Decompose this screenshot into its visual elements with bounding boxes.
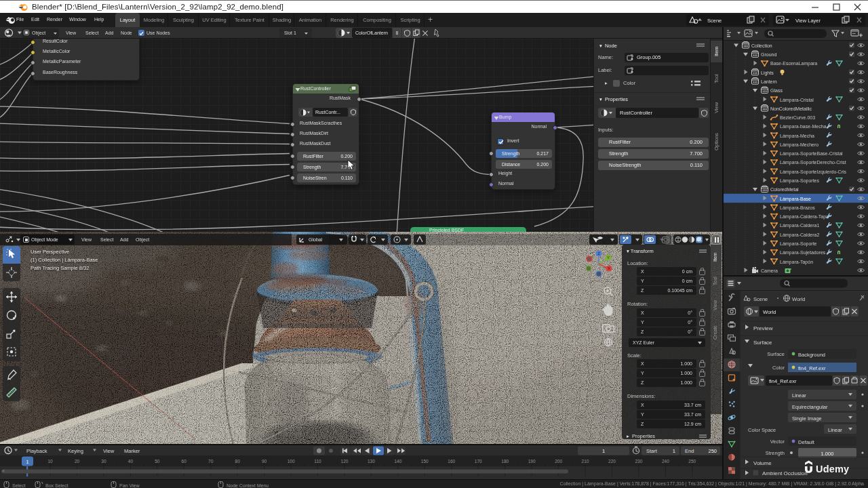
svg-text:1.000: 1.000 bbox=[821, 451, 834, 457]
svg-text:1: 1 bbox=[602, 448, 605, 454]
svg-text:Background: Background bbox=[798, 352, 825, 358]
svg-text:Ground: Ground bbox=[761, 52, 776, 57]
svg-text:End: End bbox=[685, 448, 694, 454]
svg-text:Lámpara-Mecha: Lámpara-Mecha bbox=[780, 134, 814, 139]
svg-text:190: 190 bbox=[528, 459, 536, 464]
svg-text:fin4_Ref.exr: fin4_Ref.exr bbox=[769, 378, 797, 384]
svg-text:View: View bbox=[103, 448, 115, 454]
svg-text:220: 220 bbox=[608, 459, 616, 464]
svg-text:Select: Select bbox=[12, 483, 26, 488]
svg-text:Lámpara-Caldera2: Lámpara-Caldera2 bbox=[780, 232, 819, 238]
svg-text:Surface: Surface bbox=[767, 351, 785, 357]
svg-text:Vector: Vector bbox=[770, 439, 785, 445]
svg-text:Scene: Scene bbox=[753, 296, 768, 302]
svg-text:Lámpara-Sujetadores: Lámpara-Sujetadores bbox=[780, 250, 826, 256]
svg-text:60: 60 bbox=[182, 459, 187, 464]
svg-text:250: 250 bbox=[708, 448, 717, 454]
svg-text:Volume: Volume bbox=[753, 460, 772, 466]
svg-text:1: 1 bbox=[673, 448, 675, 454]
svg-text:BezierCurve.003: BezierCurve.003 bbox=[780, 115, 815, 120]
svg-text:Lámpara-base-Mecha: Lámpara-base-Mecha bbox=[780, 124, 827, 129]
svg-text:Default: Default bbox=[798, 439, 815, 445]
svg-text:Playback: Playback bbox=[26, 448, 47, 454]
svg-text:Lantern: Lantern bbox=[761, 79, 777, 84]
svg-text:fin4_Ref.exr: fin4_Ref.exr bbox=[798, 365, 826, 371]
svg-text:1: 1 bbox=[26, 460, 29, 464]
svg-text:Lámpara-Soportes: Lámpara-Soportes bbox=[780, 178, 819, 184]
svg-text:200: 200 bbox=[555, 459, 562, 464]
svg-text:World: World bbox=[763, 309, 776, 315]
svg-text:10: 10 bbox=[47, 459, 53, 464]
svg-text:Start: Start bbox=[646, 448, 658, 454]
svg-text:Camera: Camera bbox=[761, 268, 778, 273]
svg-text:Lámpara-Mechero: Lámpara-Mechero bbox=[780, 142, 818, 148]
svg-text:Lámpara-Caldera-Tapa: Lámpara-Caldera-Tapa bbox=[780, 214, 829, 220]
svg-text:X: X bbox=[608, 266, 610, 270]
svg-text:Ambient Occlusion: Ambient Occlusion bbox=[762, 470, 808, 476]
svg-text:Linear: Linear bbox=[828, 427, 842, 433]
svg-text:110: 110 bbox=[314, 459, 321, 464]
svg-text:Lámpara-Brazos: Lámpara-Brazos bbox=[780, 205, 815, 211]
svg-text:140: 140 bbox=[394, 459, 401, 464]
svg-text:Strength: Strength bbox=[766, 450, 785, 456]
svg-text:Color: Color bbox=[772, 365, 785, 371]
svg-text:Lámpara-Tapón: Lámpara-Tapón bbox=[780, 260, 813, 265]
svg-text:180: 180 bbox=[501, 459, 509, 464]
svg-text:120: 120 bbox=[341, 459, 349, 464]
svg-text:Lights: Lights bbox=[761, 70, 774, 76]
svg-text:Z: Z bbox=[597, 251, 600, 256]
svg-text:Surface: Surface bbox=[753, 340, 772, 346]
svg-text:250: 250 bbox=[688, 459, 696, 464]
svg-text:30: 30 bbox=[101, 459, 106, 464]
svg-text:160: 160 bbox=[448, 459, 455, 464]
svg-text:170: 170 bbox=[475, 459, 482, 464]
svg-text:Linear: Linear bbox=[792, 392, 806, 399]
svg-text:Preview: Preview bbox=[753, 325, 773, 331]
svg-text:Lámpara-SoporteDerecho-Crist: Lámpara-SoporteDerecho-Crist bbox=[780, 160, 846, 165]
svg-text:Base-EscenaLampara: Base-EscenaLampara bbox=[770, 61, 817, 66]
svg-text:NonColoredMetallic: NonColoredMetallic bbox=[770, 106, 812, 111]
svg-text:Single Image: Single Image bbox=[792, 415, 822, 422]
svg-text:World: World bbox=[792, 296, 805, 302]
svg-text:ColoredMetal: ColoredMetal bbox=[770, 187, 799, 192]
svg-text:Color Space: Color Space bbox=[748, 427, 776, 433]
svg-text:Udemy: Udemy bbox=[816, 464, 849, 474]
svg-text:Lámpara-SoporteIzquierdo-Cris: Lámpara-SoporteIzquierdo-Cris bbox=[780, 169, 847, 175]
svg-text:80: 80 bbox=[235, 459, 241, 464]
svg-text:Node Context Menu: Node Context Menu bbox=[226, 483, 269, 488]
svg-text:40: 40 bbox=[128, 459, 134, 464]
svg-text:210: 210 bbox=[582, 459, 589, 464]
svg-text:Lámpara-Soporte: Lámpara-Soporte bbox=[780, 241, 817, 247]
svg-text:70: 70 bbox=[208, 459, 214, 464]
svg-text:Lámpara-Base: Lámpara-Base bbox=[780, 197, 811, 202]
svg-text:Glass: Glass bbox=[770, 88, 783, 93]
svg-text:Lámpara-Caldera1: Lámpara-Caldera1 bbox=[780, 223, 819, 228]
svg-text:90: 90 bbox=[262, 459, 267, 464]
svg-text:100: 100 bbox=[288, 459, 295, 464]
svg-text:150: 150 bbox=[421, 459, 429, 464]
svg-text:Keying: Keying bbox=[68, 448, 83, 454]
svg-text:Equirectangular: Equirectangular bbox=[792, 404, 828, 410]
svg-text:230: 230 bbox=[635, 459, 642, 464]
svg-text:Collection: Collection bbox=[751, 43, 772, 48]
svg-text:Box Select: Box Select bbox=[45, 483, 68, 488]
svg-text:Lámpara-SoporteBase-Cristal: Lámpara-SoporteBase-Cristal bbox=[780, 151, 843, 157]
svg-text:50: 50 bbox=[155, 459, 160, 464]
svg-text:Pan View: Pan View bbox=[119, 483, 140, 488]
svg-text:240: 240 bbox=[662, 459, 669, 464]
svg-text:130: 130 bbox=[368, 459, 375, 464]
svg-text:Marker: Marker bbox=[124, 448, 140, 454]
svg-text:Y: Y bbox=[607, 256, 610, 260]
svg-text:20: 20 bbox=[75, 459, 80, 464]
svg-text:Lámpara-Cristal: Lámpara-Cristal bbox=[780, 98, 814, 103]
